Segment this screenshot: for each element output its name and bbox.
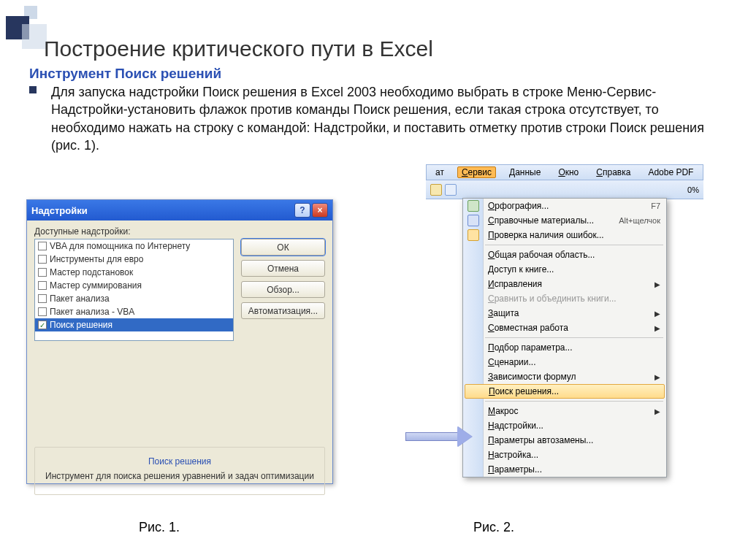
addin-row[interactable]: ✓Поиск решения (35, 318, 233, 331)
menu-item[interactable]: Поиск решения... (465, 384, 665, 399)
dialog-titlebar[interactable]: Надстройки ? × (27, 200, 332, 220)
menu-service-rest: ервис (468, 167, 492, 177)
menu-item[interactable]: Сценарии... (463, 355, 666, 369)
slide-subtitle: Инструмент Поиск решений (29, 66, 221, 82)
menu-item[interactable]: Защита▶ (463, 306, 666, 321)
menu-item-label: Макрос (488, 406, 518, 416)
menu-item[interactable]: Исправления▶ (463, 277, 666, 291)
menu-format[interactable]: ат (431, 166, 449, 178)
menu-item-label: Справочные материалы... (488, 215, 594, 226)
addin-label: VBA для помощника по Интернету (50, 241, 190, 251)
menu-item[interactable]: Проверка наличия ошибок... (463, 228, 666, 242)
menu-item[interactable]: Параметры автозамены... (463, 433, 666, 448)
menu-item[interactable]: Зависимости формул▶ (463, 369, 666, 384)
addins-listbox[interactable]: VBA для помощника по ИнтернетуИнструмент… (34, 239, 234, 341)
menu-item[interactable]: Надстройки... (463, 418, 666, 433)
menu-item[interactable]: Общая рабочая область... (463, 248, 666, 262)
addin-checkbox[interactable] (38, 255, 47, 264)
addin-label: Поиск решения (50, 320, 112, 330)
addins-dialog: Надстройки ? × Доступные надстройки: VBA… (26, 199, 333, 484)
addin-description-text: Инструмент для поиска решения уравнений … (41, 471, 318, 481)
browse-button[interactable]: Обзор... (241, 281, 325, 298)
book-icon (468, 215, 479, 226)
menu-bar: ат Сервис Данные Окно Справка Adobe PDF (426, 164, 703, 180)
abc-icon (468, 200, 479, 212)
menu-item-label: Общая рабочая область... (488, 250, 595, 260)
addin-checkbox[interactable] (38, 281, 47, 290)
bullet-icon (29, 86, 37, 93)
menu-help[interactable]: Справка (592, 166, 635, 178)
menu-window[interactable]: Окно (554, 166, 583, 178)
submenu-arrow-icon: ▶ (654, 407, 660, 415)
ok-button[interactable]: ОК (241, 239, 325, 256)
zoom-value[interactable]: 0% (687, 185, 699, 194)
menu-item-label: Параметры автозамены... (488, 435, 593, 445)
menu-separator (485, 401, 663, 402)
menu-item-label: Доступ к книге... (488, 264, 554, 275)
menu-adobe-pdf[interactable]: Adobe PDF (644, 166, 698, 178)
addin-row[interactable]: Инструменты для евро (35, 253, 233, 266)
excel-window: ат Сервис Данные Окно Справка Adobe PDF … (426, 164, 703, 512)
menu-item[interactable]: Параметры... (463, 462, 666, 477)
addin-label: Мастер подстановок (50, 267, 133, 277)
addin-label: Пакет анализа (50, 294, 110, 304)
warn-icon (468, 229, 479, 241)
menu-item-label: Поиск решения... (489, 386, 559, 396)
menu-item-label: Сценарии... (488, 357, 535, 367)
menu-item: Сравнить и объединить книги... (463, 291, 666, 306)
addin-checkbox[interactable] (38, 294, 47, 303)
addin-description-box: Поиск решения Инструмент для поиска реше… (34, 447, 325, 495)
addin-label: Пакет анализа - VBA (50, 307, 134, 317)
slide-title: Построение критического пути в Excel (44, 37, 433, 61)
menu-item-label: Параметры... (488, 464, 542, 475)
submenu-arrow-icon: ▶ (654, 310, 660, 318)
addin-checkbox[interactable] (38, 307, 47, 316)
available-addins-label: Доступные надстройки: (34, 226, 325, 237)
toolbar-icon[interactable] (430, 184, 442, 196)
menu-item-label: Зависимости формул (488, 372, 576, 382)
menu-service[interactable]: Сервис (457, 166, 496, 178)
addin-row[interactable]: Пакет анализа (35, 292, 233, 305)
toolbar: 0% (426, 180, 703, 199)
addin-row[interactable]: VBA для помощника по Интернету (35, 239, 233, 253)
addin-description-title: Поиск решения (41, 456, 318, 467)
menu-data[interactable]: Данные (505, 166, 545, 178)
automation-button[interactable]: Автоматизация... (241, 302, 325, 319)
addin-row[interactable]: Пакет анализа - VBA (35, 305, 233, 318)
submenu-arrow-icon: ▶ (654, 324, 660, 332)
slide-corner-decor (6, 6, 46, 46)
highlight-arrow-icon (405, 425, 473, 447)
menu-item-label: Подбор параметра... (488, 342, 572, 353)
cancel-button[interactable]: Отмена (241, 260, 325, 277)
menu-item[interactable]: Макрос▶ (463, 404, 666, 418)
menu-item[interactable]: Настройка... (463, 448, 666, 462)
menu-item-label: Исправления (488, 279, 542, 289)
slide-body: Для запуска надстройки Поиск решения в E… (51, 83, 726, 154)
menu-item[interactable]: Совместная работа▶ (463, 321, 666, 335)
menu-item[interactable]: Орфография...F7 (463, 199, 666, 213)
menu-item[interactable]: Справочные материалы...Alt+щелчок (463, 213, 666, 228)
figure-2-label: Рис. 2. (473, 520, 514, 535)
menu-item-label: Защита (488, 308, 519, 318)
submenu-arrow-icon: ▶ (654, 373, 660, 381)
menu-item-label: Совместная работа (488, 323, 568, 333)
figure-1-label: Рис. 1. (139, 520, 180, 535)
addin-label: Мастер суммирования (50, 280, 142, 291)
menu-item[interactable]: Доступ к книге... (463, 262, 666, 277)
menu-separator (485, 337, 663, 338)
addin-row[interactable]: Мастер суммирования (35, 279, 233, 292)
close-button[interactable]: × (312, 203, 328, 218)
submenu-arrow-icon: ▶ (654, 280, 660, 288)
menu-item[interactable]: Подбор параметра... (463, 340, 666, 355)
addin-checkbox[interactable]: ✓ (38, 321, 47, 329)
addin-checkbox[interactable] (38, 268, 47, 277)
spellcheck-icon[interactable] (445, 184, 457, 196)
addin-row[interactable]: Мастер подстановок (35, 266, 233, 279)
menu-shortcut: Alt+щелчок (619, 216, 660, 225)
menu-item-label: Надстройки... (488, 421, 543, 431)
menu-item-label: Орфография... (488, 201, 549, 211)
menu-item-label: Сравнить и объединить книги... (488, 294, 617, 304)
addin-checkbox[interactable] (38, 242, 47, 250)
help-button[interactable]: ? (294, 203, 310, 218)
menu-shortcut: F7 (651, 202, 660, 210)
